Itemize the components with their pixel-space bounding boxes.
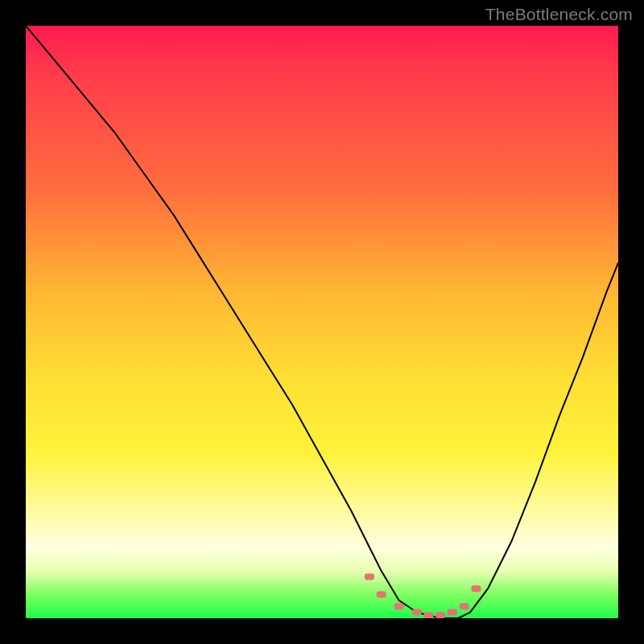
trough-marker xyxy=(471,585,481,592)
bottleneck-curve xyxy=(26,26,618,618)
trough-marker xyxy=(460,603,469,609)
trough-markers xyxy=(365,574,481,619)
trough-marker xyxy=(394,603,404,609)
plot-area xyxy=(26,26,618,618)
trough-marker xyxy=(424,612,434,618)
trough-marker xyxy=(448,609,457,616)
trough-marker xyxy=(377,592,386,598)
attribution-text: TheBottleneck.com xyxy=(485,5,633,24)
curve-path xyxy=(26,26,618,618)
chart-frame: TheBottleneck.com xyxy=(0,0,644,644)
trough-marker xyxy=(365,574,374,580)
trough-marker xyxy=(436,612,445,618)
trough-marker xyxy=(412,609,422,616)
